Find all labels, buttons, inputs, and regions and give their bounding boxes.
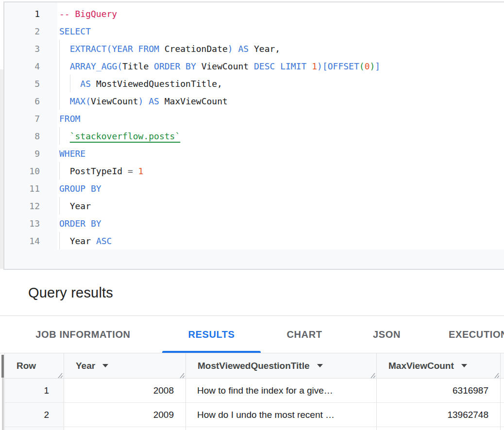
column-header-label: Year	[76, 361, 95, 371]
code-line-text: `stackoverflow.posts`	[59, 131, 180, 141]
indent-guide	[59, 127, 60, 145]
sql-token-indent	[59, 96, 70, 106]
line-number: 13	[4, 218, 40, 229]
indent-guide	[59, 197, 60, 215]
sql-token-identifier: Title	[122, 61, 154, 71]
sql-token-keyword: SELECT	[59, 26, 91, 36]
column-dropdown-arrow-icon[interactable]	[317, 364, 323, 367]
cell-partial	[64, 427, 186, 430]
cell-title: How to find the index for a give…	[186, 379, 377, 402]
table-header-row: RowYearMostViewedQuestionTitleMaxViewCou…	[5, 353, 504, 379]
sql-editor[interactable]: 1-- BigQuery2SELECT3 EXTRACT(YEAR FROM C…	[4, 2, 504, 269]
code-line-1[interactable]: 1-- BigQuery	[4, 5, 504, 22]
tab-execution-details[interactable]: EXECUTION DETAILS	[425, 316, 504, 353]
column-resize-handle-icon[interactable]	[56, 370, 63, 377]
sql-token-identifier: MaxViewCount	[165, 96, 228, 106]
table-row-partial	[5, 427, 504, 430]
sql-token-identifier: PostTypeId	[70, 166, 128, 176]
code-line-8[interactable]: 8 `stackoverflow.posts`	[4, 127, 504, 145]
line-number: 4	[4, 61, 40, 71]
sql-token-keyword: AS	[80, 79, 96, 89]
column-header-year[interactable]: Year	[64, 353, 186, 378]
indent-guide	[59, 57, 60, 75]
sql-token-keyword: )[OFFSET	[317, 61, 359, 71]
indent-guide	[59, 40, 60, 57]
code-line-3[interactable]: 3 EXTRACT(YEAR FROM CreationDate) AS Yea…	[4, 40, 504, 57]
cell-partial	[377, 427, 501, 430]
results-tab-bar: JOB INFORMATIONRESULTSCHARTJSONEXECUTION…	[0, 316, 504, 353]
column-resize-handle-icon[interactable]	[369, 370, 375, 377]
cell-max_view_count: 13962748	[377, 403, 501, 427]
code-line-12[interactable]: 12 Year	[4, 197, 504, 215]
cell-row: 1	[5, 379, 64, 402]
cell-year: 2008	[64, 379, 186, 402]
code-line-text: WHERE	[59, 149, 85, 159]
column-resize-handle-icon[interactable]	[178, 370, 185, 377]
code-line-10[interactable]: 10 PostTypeId = 1	[4, 162, 504, 180]
code-line-11[interactable]: 11GROUP BY	[4, 180, 504, 197]
tab-label: RESULTS	[188, 329, 235, 340]
code-line-text: EXTRACT(YEAR FROM CreationDate) AS Year,	[59, 44, 280, 54]
column-header-label: MostViewedQuestionTitle	[198, 361, 310, 371]
column-header-mostviewedquestiontitle[interactable]: MostViewedQuestionTitle	[186, 353, 377, 378]
sql-token-paren-green: (	[359, 61, 365, 71]
sql-token-identifier: Year	[70, 236, 96, 246]
line-number: 8	[4, 131, 40, 141]
tab-label: EXECUTION DETAILS	[449, 329, 504, 340]
query-results-panel: Query results JOB INFORMATIONRESULTSCHAR…	[0, 270, 504, 430]
indent-guide	[59, 75, 60, 92]
sql-token-keyword: ASC	[96, 236, 112, 246]
tab-job-information[interactable]: JOB INFORMATION	[4, 316, 162, 353]
vertical-scrollbar-track[interactable]	[2, 378, 4, 430]
sql-token-indent	[59, 44, 70, 54]
code-line-text: PostTypeId = 1	[59, 166, 143, 176]
editor-lines: 1-- BigQuery2SELECT3 EXTRACT(YEAR FROM C…	[4, 5, 504, 249]
line-number: 9	[4, 149, 40, 159]
code-line-5[interactable]: 5 AS MostViewedQuestionTitle,	[4, 75, 504, 92]
sql-token-indent	[59, 236, 70, 246]
column-header-label: MaxViewCount	[388, 361, 454, 371]
tab-chart[interactable]: CHART	[261, 316, 348, 353]
indent-guide	[59, 162, 60, 180]
tab-label: JOB INFORMATION	[35, 329, 130, 340]
column-header-label: Row	[17, 361, 36, 371]
code-line-14[interactable]: 14 Year ASC	[4, 232, 504, 249]
query-results-header: Query results	[0, 270, 504, 315]
code-line-text: Year ASC	[59, 236, 112, 246]
sql-token-keyword: DESC LIMIT	[254, 61, 312, 71]
code-line-6[interactable]: 6 MAX(ViewCount) AS MaxViewCount	[4, 92, 504, 110]
column-resize-handle-icon[interactable]	[492, 370, 499, 377]
column-header-maxviewcount[interactable]: MaxViewCount	[377, 353, 501, 378]
sql-token-keyword: EXTRACT(	[70, 44, 112, 54]
indent-guide	[70, 75, 70, 92]
line-number: 10	[4, 166, 40, 176]
sql-token-comment: -- BigQuery	[59, 9, 117, 19]
tab-label: CHART	[287, 329, 322, 340]
tab-results[interactable]: RESULTS	[162, 316, 261, 353]
sql-token-identifier: CreationDate	[165, 44, 228, 54]
column-dropdown-arrow-icon[interactable]	[102, 364, 108, 367]
code-line-13[interactable]: 13ORDER BY	[4, 215, 504, 232]
sql-token-identifier: MostViewedQuestionTitle,	[96, 79, 222, 89]
sql-token-operator: =	[128, 166, 138, 176]
sql-token-keyword: ) AS	[228, 44, 254, 54]
code-line-2[interactable]: 2SELECT	[4, 22, 504, 40]
column-header-row[interactable]: Row	[5, 353, 64, 378]
line-number: 5	[4, 79, 40, 89]
cell-partial	[186, 427, 377, 430]
cell-max_view_count: 6316987	[377, 379, 501, 402]
sql-token-identifier: ,	[275, 44, 280, 54]
vertical-scrollbar-thumb[interactable]	[1, 355, 4, 378]
sql-token-indent	[59, 166, 70, 176]
sql-token-keyword: ORDER BY	[154, 61, 202, 71]
code-line-text: SELECT	[59, 26, 91, 36]
tab-json[interactable]: JSON	[348, 316, 425, 353]
sql-token-number: 1	[312, 61, 317, 71]
code-line-4[interactable]: 4 ARRAY_AGG(Title ORDER BY ViewCount DES…	[4, 57, 504, 75]
cell-partial	[5, 427, 64, 430]
code-line-7[interactable]: 7FROM	[4, 110, 504, 127]
sql-token-keyword: MAX(	[70, 96, 91, 106]
column-dropdown-arrow-icon[interactable]	[461, 364, 467, 367]
code-line-9[interactable]: 9WHERE	[4, 145, 504, 162]
sql-token-keyword: YEAR FROM	[112, 44, 164, 54]
